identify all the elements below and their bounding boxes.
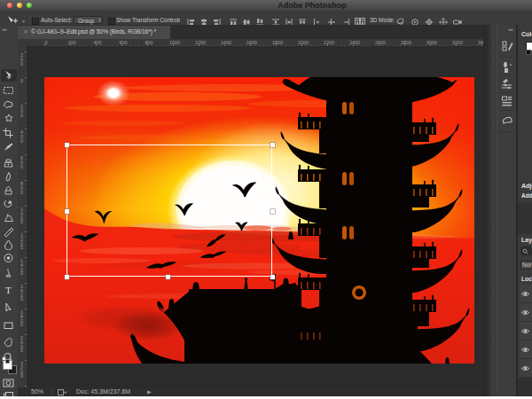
svg-text:T: T [5,285,12,295]
